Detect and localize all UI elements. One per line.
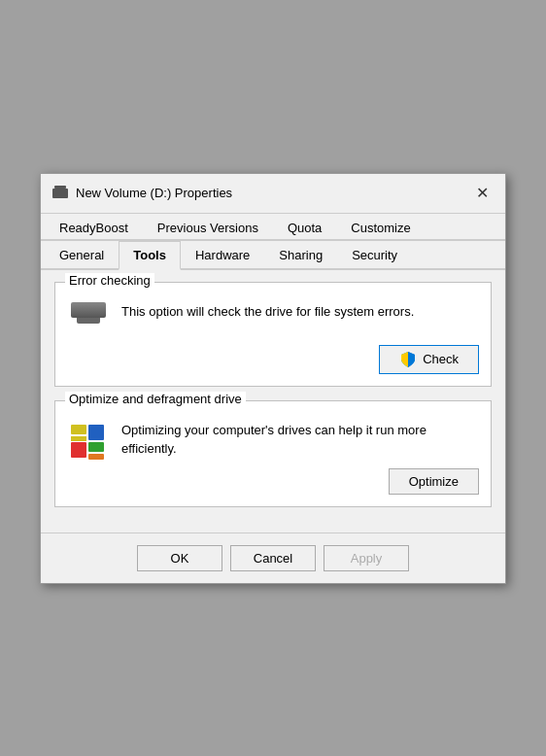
dialog-footer: OK Cancel Apply — [41, 533, 505, 583]
ok-button[interactable]: OK — [137, 545, 222, 571]
drive-body — [71, 302, 106, 318]
tab-content: Error checking This option will check th… — [41, 270, 505, 533]
tab-security[interactable]: Security — [337, 241, 412, 270]
optimize-desc: Optimizing your computer's drives can he… — [121, 421, 479, 459]
optimize-button[interactable]: Optimize — [389, 468, 479, 495]
optimize-btn-row: Optimize — [67, 468, 479, 495]
svg-rect-1 — [88, 425, 104, 440]
drive-connector — [77, 318, 100, 324]
tabs-row-1: ReadyBoost Previous Versions Quota Custo… — [41, 214, 505, 241]
error-checking-desc: This option will check the drive for fil… — [121, 302, 479, 322]
optimize-inner: Optimizing your computer's drives can he… — [67, 421, 479, 459]
window-icon — [52, 189, 68, 198]
tab-general[interactable]: General — [45, 241, 119, 270]
close-button[interactable]: ✕ — [470, 182, 494, 205]
tab-quota[interactable]: Quota — [273, 214, 336, 241]
tab-readyboost[interactable]: ReadyBoost — [45, 214, 143, 241]
tab-customize[interactable]: Customize — [336, 214, 425, 241]
tab-hardware[interactable]: Hardware — [181, 241, 264, 270]
optimize-icon — [67, 421, 110, 454]
svg-rect-2 — [88, 442, 104, 452]
title-bar: New Volume (D:) Properties ✕ — [41, 174, 505, 214]
cancel-button[interactable]: Cancel — [230, 545, 316, 571]
check-button[interactable]: Check — [379, 345, 479, 374]
tab-tools[interactable]: Tools — [119, 241, 181, 270]
shield-uac-icon — [399, 351, 417, 368]
tab-previous-versions[interactable]: Previous Versions — [143, 214, 273, 241]
svg-rect-5 — [88, 454, 104, 460]
error-checking-btn-row: Check — [67, 345, 479, 374]
defrag-icon — [67, 421, 110, 464]
svg-rect-0 — [71, 442, 86, 458]
svg-rect-4 — [71, 436, 86, 441]
error-checking-title: Error checking — [65, 273, 154, 288]
error-checking-section: Error checking This option will check th… — [54, 282, 492, 387]
window-title: New Volume (D:) Properties — [76, 186, 470, 200]
properties-dialog: New Volume (D:) Properties ✕ ReadyBoost … — [40, 173, 506, 584]
drive-icon — [67, 302, 110, 335]
check-button-label: Check — [423, 352, 459, 366]
tabs-row-2: General Tools Hardware Sharing Security — [41, 241, 505, 270]
tab-sharing[interactable]: Sharing — [264, 241, 337, 270]
optimize-title: Optimize and defragment drive — [65, 392, 246, 406]
svg-rect-3 — [71, 425, 86, 434]
error-checking-inner: This option will check the drive for fil… — [67, 302, 479, 335]
apply-button[interactable]: Apply — [324, 545, 409, 571]
optimize-section: Optimize and defragment drive — [54, 400, 492, 507]
